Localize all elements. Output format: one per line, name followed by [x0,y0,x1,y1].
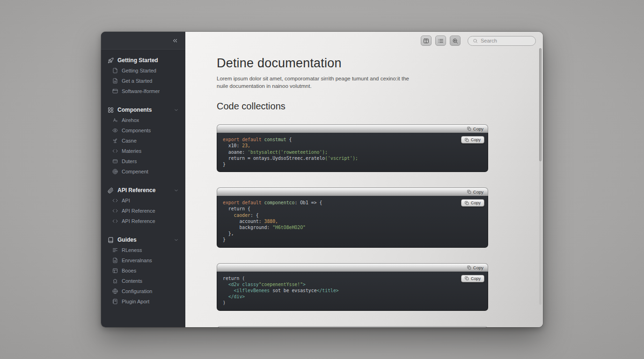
sidebar-item-api-reference[interactable]: API Reference [106,206,181,216]
sidebar-collapse-button[interactable] [171,36,179,45]
code-block-4: Copy [217,326,488,327]
scrollbar-track[interactable] [539,48,542,305]
globe-icon [112,288,118,294]
code-line: } [223,237,482,243]
desktop-background: Getting StartedGetting StartedGet a Star… [0,0,644,359]
scrollbar-thumb[interactable] [539,48,542,161]
search-input[interactable] [468,36,536,46]
code-token: } [223,162,226,167]
code-line: <d2v classy"coepenentYsse!"> [223,281,482,287]
sidebar-item-api[interactable]: API [106,195,181,206]
code-token: return ( [223,276,245,281]
copy-button[interactable]: Copy [467,189,483,194]
sidebar-section-header-components[interactable]: Components [106,105,181,115]
sidebar-item-configuration[interactable]: Configuration [106,286,181,296]
copy-button-floating[interactable]: Copy [461,275,484,282]
copy-icon [467,266,471,270]
sidebar-item-get-a-started[interactable]: Get a Started [106,76,181,86]
sidebar-section-header-guides[interactable]: Guides [106,235,181,245]
code-token: <d2v classy [228,282,259,287]
page-content: Detine documentation Lorem ipsum dolor s… [217,56,488,327]
sidebar-item-software-lformer[interactable]: Software-lformer [106,86,181,96]
section-label: API Reference [117,187,155,194]
reader-view-button[interactable] [421,36,432,46]
sidebar-section-guides: GuidesRLenessEnrveralnansBooesContentsCo… [106,235,181,307]
code-token [223,294,228,299]
book-icon [108,237,114,243]
copy-button[interactable]: Copy [467,126,483,131]
sidebar-item-plugin-aport[interactable]: Plugin Aport [106,296,181,307]
type-icon [112,117,118,123]
code-token: 23, [242,143,250,148]
code-area: export default constmut { x10: 23, aoane… [217,133,488,172]
toolbar [421,36,536,46]
code-line: </div> [223,294,482,300]
code-token: "H6tO8eHO2O" [272,225,306,230]
code-line: export default componentco: Ob1 => { [223,200,482,206]
code-token: > [303,282,306,287]
chevrons-left-icon [172,37,178,44]
code-line: background: "H6tO8eHO2O" [223,224,482,230]
sidebar-section-header-getting-started[interactable]: Getting Started [106,55,181,65]
file-icon [112,68,118,73]
code-block-header: Copy [217,263,488,272]
sidebar-item-casne[interactable]: Casne [106,136,181,146]
code-block-1: Copyexport default constmut { x10: 23, a… [217,124,488,172]
copy-button-floating[interactable]: Copy [461,136,484,144]
code-token: export default [223,137,264,142]
copy-button[interactable]: Copy [467,265,483,270]
sidebar-item-label: Software-lformer [122,88,160,94]
eye-icon [112,128,118,133]
sidebar-item-enrveralnans[interactable]: Enrveralnans [106,255,181,266]
code-icon [112,198,118,203]
code-line: <ilflevBenees sot be evsastyce</title> [223,287,482,294]
copy-icon [467,127,471,131]
sidebar-item-label: Casne [122,138,137,144]
book-open-icon [423,38,429,44]
code-token: : Ob1 => { [294,200,322,205]
code-line: return ( [223,275,482,281]
sidebar-section-header-api-reference[interactable]: API Reference [106,185,181,195]
sidebar-section-getting-started: Getting StartedGetting StartedGet a Star… [106,55,181,96]
code-line: aoane: 'bstysalect('roweeteetiono'); [223,149,482,155]
file-text-icon [112,78,118,84]
section-label: Getting Started [117,57,158,64]
code-token: }, [223,231,234,236]
toolbar-buttons [421,36,461,46]
code-token: background: [223,225,272,230]
rocket-icon [108,57,114,64]
copy-label: Copy [473,126,483,131]
code-token: return { [223,206,250,211]
code-token: aoane: [223,150,248,155]
sidebar-item-airehox[interactable]: Airehox [106,115,181,125]
code-token: </title> [317,288,339,293]
sidebar-item-label: Configuration [122,288,152,294]
sidebar-item-api-reference[interactable]: API Reference [106,216,181,226]
sidebar-item-compenent[interactable]: Compenent [106,166,181,177]
search-field[interactable] [481,38,531,43]
layout-grid-icon [108,107,114,113]
code-token [223,282,228,287]
sidebar-item-components[interactable]: Components [106,125,181,136]
sidebar-item-label: Enrveralnans [122,258,152,263]
list-view-button[interactable] [435,36,446,46]
copy-button-floating[interactable]: Copy [461,199,484,207]
code-line: } [223,161,482,167]
code-token [223,288,234,293]
sidebar-nav: Getting StartedGetting StartedGet a Star… [101,50,185,320]
file-text-icon [112,258,118,263]
code-token: 'bstysalect('roweeteetiono'); [248,150,328,155]
zoom-in-button[interactable] [450,36,461,46]
code-token: return = ontays.UydsoStreec.eratelo [223,156,325,161]
sidebar-item-getting-started[interactable]: Getting Started [106,65,181,76]
code-icon [112,208,118,214]
sidebar-item-label: Booes [122,268,136,273]
sidebar-item-contents[interactable]: Contents [106,276,181,286]
sidebar-item-booes[interactable]: Booes [106,266,181,276]
code-token: <ilflevBenees [234,288,270,293]
sidebar-item-duters[interactable]: Duters [106,156,181,166]
sidebar-item-label: API Reference [122,218,155,224]
sidebar-item-rleness[interactable]: RLeness [106,245,181,255]
sidebar-item-materies[interactable]: Materies [106,146,181,156]
copy-icon [465,201,469,205]
